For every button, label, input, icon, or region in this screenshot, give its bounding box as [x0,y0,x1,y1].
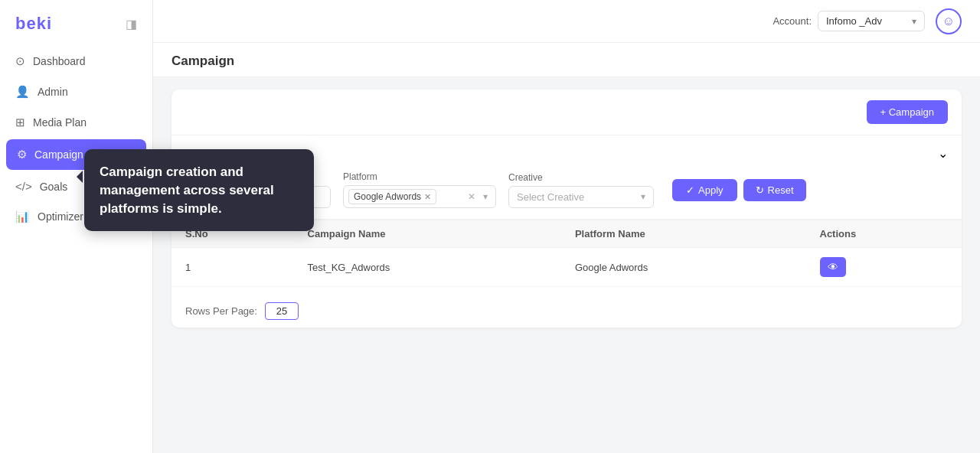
view-campaign-button[interactable]: 👁 [820,257,846,277]
platform-filter-label: Platform [343,171,496,182]
creative-select[interactable]: Select Creative ▾ [508,186,654,208]
platform-dropdown-button[interactable]: ▾ [480,190,491,204]
add-campaign-button[interactable]: + Campaign [867,100,948,124]
sidebar-logo-area: beki ◨ [0,0,152,46]
sidebar-item-admin[interactable]: 👤 Admin [0,77,152,107]
sidebar-item-label: Admin [38,86,68,98]
table-row: 1 Test_KG_Adwords Google Adwords 👁 [172,248,962,287]
media-plan-icon: ⊞ [15,116,25,129]
sidebar-item-label: Campaign [34,148,83,161]
account-selector[interactable]: Infomo _Adv ▾ [818,11,925,31]
rows-per-page-input[interactable] [265,302,299,320]
page-area: Campaign + Campaign ▿ Filter Campaign ⌄ [153,43,980,453]
platform-select[interactable]: Google Adwords ✕ ✕ ▾ [343,185,496,208]
campaign-icon: ⚙ [17,148,27,161]
logo: beki [15,14,52,34]
cell-sno: 1 [172,248,294,287]
tooltip-text: Campaign creation and management across … [100,165,274,216]
reset-button[interactable]: ↻ Reset [743,179,806,201]
reset-icon: ↻ [756,184,764,196]
apply-icon: ✓ [686,184,694,196]
col-header-campaign-name: Campaign Name [294,220,561,248]
dashboard-icon: ⊙ [15,54,25,68]
sidebar: beki ◨ ⊙ Dashboard 👤 Admin ⊞ Media Plan … [0,0,153,453]
platform-tag-text: Google Adwords [354,191,421,202]
pagination-bar: Rows Per Page: [172,295,962,328]
filter-collapse-icon: ⌄ [938,146,948,161]
creative-filter-field: Creative Select Creative ▾ [508,172,654,208]
creative-dropdown-button[interactable]: ▾ [641,191,645,202]
sidebar-item-label: Optimizer [38,210,83,223]
sidebar-item-media-plan[interactable]: ⊞ Media Plan [0,107,152,138]
admin-icon: 👤 [15,85,30,99]
reset-label: Reset [768,184,794,196]
creative-filter-label: Creative [508,172,654,183]
card-top-actions: + Campaign [172,90,962,135]
sidebar-item-dashboard[interactable]: ⊙ Dashboard [0,46,152,77]
tooltip: Campaign creation and management across … [84,149,314,231]
goals-icon: </> [15,180,32,193]
platform-filter-field: Platform Google Adwords ✕ ✕ ▾ [343,171,496,208]
filter-actions: ✓ Apply ↻ Reset [672,179,806,201]
col-header-platform-name: Platform Name [561,220,806,248]
account-value: Infomo _Adv [826,15,907,27]
cell-actions: 👁 [806,248,962,287]
rows-per-page-label: Rows Per Page: [185,305,257,317]
account-dropdown-arrow: ▾ [912,16,916,27]
top-bar: Account: Infomo _Adv ▾ ☺ [153,0,980,43]
cell-campaign-name: Test_KG_Adwords [294,248,561,287]
sidebar-item-label: Dashboard [33,55,86,67]
account-label: Account: [773,15,812,27]
creative-placeholder: Select Creative [517,191,638,203]
platform-clear-button[interactable]: ✕ [465,190,479,204]
apply-label: Apply [698,184,724,196]
apply-button[interactable]: ✓ Apply [672,179,737,201]
platform-tag-google: Google Adwords ✕ [348,189,436,204]
user-avatar-button[interactable]: ☺ [936,8,962,34]
page-title-bar: Campaign [153,43,980,77]
col-header-actions: Actions [806,220,962,248]
page-title: Campaign [172,54,234,68]
optimizer-icon: 📊 [15,210,30,223]
eye-icon: 👁 [828,261,838,273]
cell-platform-name: Google Adwords [561,248,806,287]
sidebar-item-label: Media Plan [33,116,87,129]
platform-tag-remove[interactable]: ✕ [424,192,431,202]
sidebar-item-label: Goals [40,181,68,193]
user-icon: ☺ [942,15,955,28]
platform-select-icons: ✕ ▾ [465,190,491,204]
history-icon[interactable]: ◨ [126,17,137,31]
